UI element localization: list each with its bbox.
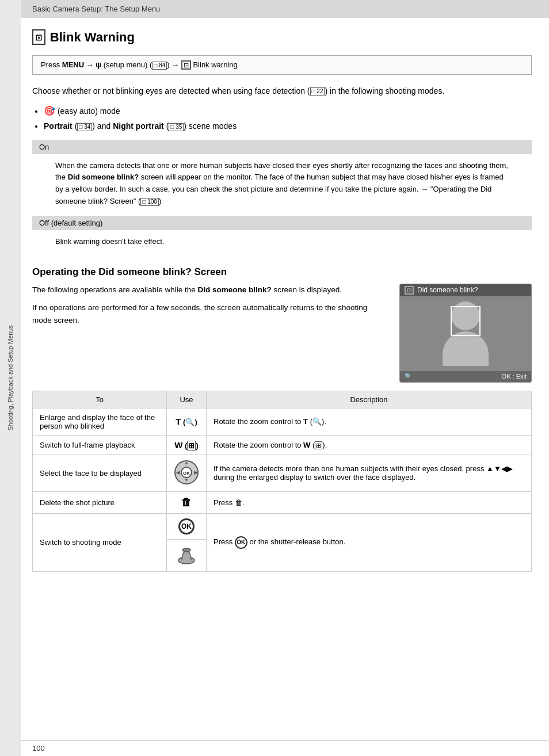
row1-use: T (🔍) <box>167 408 207 435</box>
menu-instruction-box: Press MENU → ψ (setup menu) (□ 84) → ⊡ B… <box>32 55 532 75</box>
header-title: Basic Camera Setup: The Setup Menu <box>32 5 160 13</box>
person-silhouette <box>443 301 489 366</box>
row2-use: W (⊞) <box>167 435 207 455</box>
ok-inline-icon: OK <box>235 536 247 549</box>
row1-description: Rotate the zoom control to T (🔍). <box>207 408 532 435</box>
shutter-icon <box>176 544 197 565</box>
operating-text-1: The following operations are available w… <box>32 284 388 296</box>
col-header-description: Description <box>207 391 532 408</box>
bullet-list: 🎯 (easy auto) mode Portrait (□ 34) and N… <box>44 103 532 134</box>
row3-description: If the camera detects more than one huma… <box>207 455 532 491</box>
multi-control-icon: ▲ ▼ ◀ ▶ OK <box>174 460 199 485</box>
intro-text: Choose whether or not blinking eyes are … <box>32 85 532 97</box>
svg-text:▶: ▶ <box>194 470 198 475</box>
page-title-text: Blink Warning <box>50 30 135 45</box>
camera-preview: ⊡ Did someone blink? 🔍 OK : Exit <box>399 284 532 383</box>
camera-preview-header: ⊡ Did someone blink? <box>400 284 531 296</box>
blink-warning-icon: ⊡ <box>32 29 45 45</box>
row1-to: Enlarge and display the face of the pers… <box>33 408 167 435</box>
table-row: Switch to shooting mode OK Press OK or t… <box>33 513 532 539</box>
bullet-1: 🎯 (easy auto) mode <box>44 103 532 120</box>
delete-icon: 🗑 <box>181 497 192 508</box>
camera-preview-body <box>400 296 531 371</box>
operating-text: The following operations are available w… <box>32 284 388 327</box>
col-header-use: Use <box>167 391 207 408</box>
page-footer: 100 <box>21 740 549 756</box>
svg-point-8 <box>182 548 190 552</box>
svg-text:OK: OK <box>183 471 190 476</box>
bullet-2: Portrait (□ 34) and Night portrait (□ 35… <box>44 119 532 133</box>
section-heading: Operating the Did someone blink? Screen <box>32 266 532 278</box>
zoom-icon: 🔍 <box>405 373 413 380</box>
main-content: Basic Camera Setup: The Setup Menu ⊡ Bli… <box>21 0 549 756</box>
row2-to: Switch to full-frame playback <box>33 435 167 455</box>
face-detection-box <box>451 306 481 336</box>
sidebar: Shooting, Playback and Setup Menus <box>0 0 21 756</box>
row4-to: Delete the shot picture <box>33 491 167 513</box>
delete-press-icon: 🗑 <box>235 498 242 507</box>
row5-use-ok: OK <box>167 513 207 539</box>
content-area: ⊡ Blink Warning Press MENU → ψ (setup me… <box>21 18 549 740</box>
operating-section: The following operations are available w… <box>32 284 532 383</box>
menu-instruction-text: Press MENU → ψ (setup menu) (□ 84) → ⊡ B… <box>41 60 238 69</box>
row4-description: Press 🗑. <box>207 491 532 513</box>
row5-use-shutter <box>167 539 207 571</box>
table-row: Enlarge and display the face of the pers… <box>33 408 532 435</box>
sidebar-label: Shooting, Playback and Setup Menus <box>7 325 14 430</box>
table-row: Select the face to be displayed ▲ ▼ <box>33 455 532 491</box>
setting-off-description: Blink warning doesn't take effect. <box>32 230 532 256</box>
col-header-to: To <box>33 391 167 408</box>
row3-use: ▲ ▼ ◀ ▶ OK <box>167 455 207 491</box>
row2-description: Rotate the zoom control to W (⊞). <box>207 435 532 455</box>
table-row: Delete the shot picture 🗑 Press 🗑. <box>33 491 532 513</box>
camera-preview-footer: 🔍 OK : Exit <box>400 371 531 382</box>
setting-off-label: Off (default setting) <box>32 216 532 230</box>
operating-text-2: If no operations are performed for a few… <box>32 301 388 326</box>
setting-on-label: On <box>32 140 532 154</box>
page-title: ⊡ Blink Warning <box>32 29 532 45</box>
row5-description: Press OK or the shutter-release button. <box>207 513 532 571</box>
multi-control-svg: ▲ ▼ ◀ ▶ OK <box>174 460 199 485</box>
person-body <box>443 331 489 366</box>
row5-to: Switch to shooting mode <box>33 513 167 571</box>
row3-to: Select the face to be displayed <box>33 455 167 491</box>
svg-text:▲: ▲ <box>184 460 189 465</box>
row4-use: 🗑 <box>167 491 207 513</box>
table-row: Switch to full-frame playback W (⊞) Rota… <box>33 435 532 455</box>
svg-text:◀: ◀ <box>176 470 180 475</box>
setting-on-description: When the camera detects that one or more… <box>32 154 532 216</box>
svg-text:▼: ▼ <box>184 478 189 483</box>
page-number: 100 <box>32 744 45 753</box>
operations-table: To Use Description Enlarge and display t… <box>32 391 532 572</box>
ok-button-icon: OK <box>178 518 195 534</box>
header-bar: Basic Camera Setup: The Setup Menu <box>21 0 549 18</box>
